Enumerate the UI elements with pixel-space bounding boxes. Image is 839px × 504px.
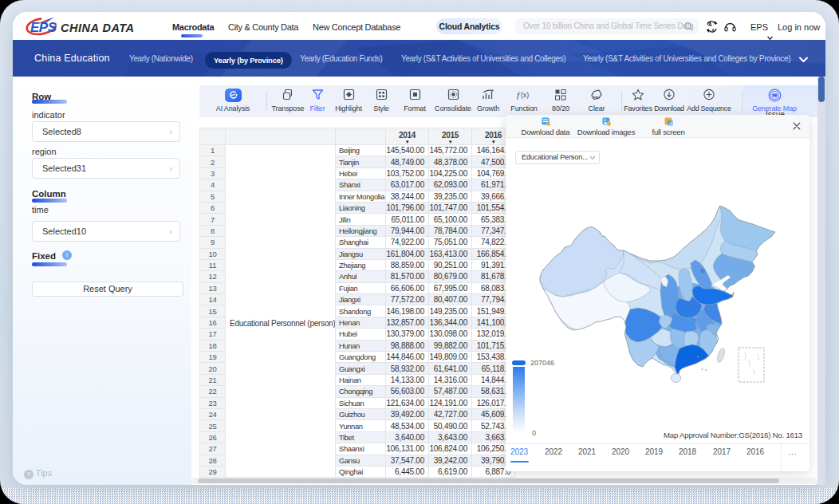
svg-text:EPS: EPS xyxy=(30,20,57,35)
svg-text:A: A xyxy=(708,22,712,27)
svg-text:z: z xyxy=(712,27,715,32)
svg-text:CHINA DATA: CHINA DATA xyxy=(61,22,135,34)
svg-text:(x): (x) xyxy=(521,91,529,99)
